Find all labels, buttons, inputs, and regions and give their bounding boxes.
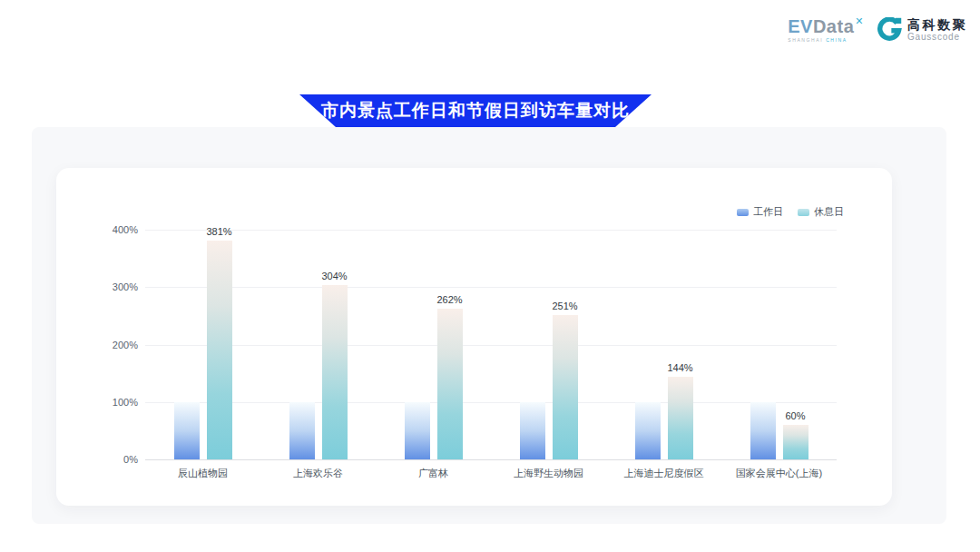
bar-group: 251% [491,230,606,459]
gausscode-cn-label: 高科数聚 [907,18,967,31]
gausscode-logo: 高科数聚 Gausscode [877,17,967,43]
gausscode-en-label: Gausscode [907,33,967,42]
bar-value-label: 144% [667,362,692,373]
bar-workday[interactable] [520,402,545,459]
evdata-data-text: Data [813,16,854,36]
legend-label-holiday: 休息日 [814,205,844,219]
bar-group: 60% [721,230,837,459]
bar-holiday[interactable]: 381% [207,241,232,459]
page-title: 市内景点工作日和节假日到访车量对比 [321,99,630,123]
chart-legend: 工作日 休息日 [737,205,844,219]
bar-holiday[interactable]: 60% [783,425,808,459]
chart-card: 工作日 休息日 400%300%200%100%0% 381%304%262%2… [56,168,892,506]
y-tick-label: 200% [83,340,138,350]
bar-holiday[interactable]: 144% [668,377,693,459]
evdata-x-icon: ✕ [855,15,864,26]
legend-swatch-workday [737,209,749,216]
x-category-label: 上海欢乐谷 [260,467,376,480]
bar-holiday[interactable]: 262% [437,309,463,459]
bar-holiday[interactable]: 251% [553,315,578,459]
bar-value-label: 251% [552,301,577,311]
x-axis-line [145,459,837,460]
bar-workday[interactable] [405,402,430,459]
evdata-wordmark: EVData✕ [788,16,864,35]
evdata-ev-text: EV [788,16,813,36]
bar-holiday[interactable]: 304% [322,285,348,459]
y-tick-label: 300% [83,281,138,292]
bar-group: 304% [260,230,376,459]
x-category-label: 辰山植物园 [145,467,260,480]
evdata-subtext-shanghai: SHANGHAI [788,37,823,43]
bar-value-label: 381% [206,226,231,237]
x-category-label: 上海野生动物园 [491,467,606,480]
legend-item-holiday[interactable]: 休息日 [798,205,844,219]
page: EVData✕ SHANGHAI CHINA 高科数聚 Gausscode 市内… [0,0,980,552]
bar-workday[interactable] [289,402,315,459]
gausscode-text: 高科数聚 Gausscode [907,18,967,42]
x-category-label: 上海迪士尼度假区 [606,467,721,480]
bar-value-label: 262% [436,294,462,305]
y-tick-label: 100% [83,397,138,408]
evdata-logo: EVData✕ SHANGHAI CHINA [788,16,864,43]
evdata-subtext-china: CHINA [826,37,848,43]
legend-swatch-holiday [798,209,809,216]
x-axis-categories: 辰山植物园上海欢乐谷广富林上海野生动物园上海迪士尼度假区国家会展中心(上海) [145,467,837,480]
bar-workday[interactable] [174,402,200,459]
bar-workday[interactable] [750,402,776,459]
legend-item-workday[interactable]: 工作日 [737,205,783,219]
bar-group: 262% [376,230,491,459]
y-tick-label: 400% [83,224,138,235]
bar-value-label: 60% [785,410,805,421]
legend-label-workday: 工作日 [753,205,783,219]
y-axis: 400%300%200%100%0% [83,230,138,459]
title-banner: 市内景点工作日和节假日到访车量对比 [299,94,652,127]
content-panel: 工作日 休息日 400%300%200%100%0% 381%304%262%2… [32,127,946,524]
bar-workday[interactable] [635,402,661,459]
x-category-label: 广富林 [376,467,491,480]
plot-area: 381%304%262%251%144%60% [145,230,837,459]
y-tick-label: 0% [83,454,138,465]
bar-group: 144% [606,230,721,459]
x-category-label: 国家会展中心(上海) [721,467,837,480]
header-logos: EVData✕ SHANGHAI CHINA 高科数聚 Gausscode [788,16,967,43]
evdata-subtext: SHANGHAI CHINA [788,38,864,43]
gausscode-g-icon [877,17,902,43]
bar-value-label: 304% [321,271,347,281]
bar-group: 381% [145,230,260,459]
bar-groups: 381%304%262%251%144%60% [145,230,837,459]
